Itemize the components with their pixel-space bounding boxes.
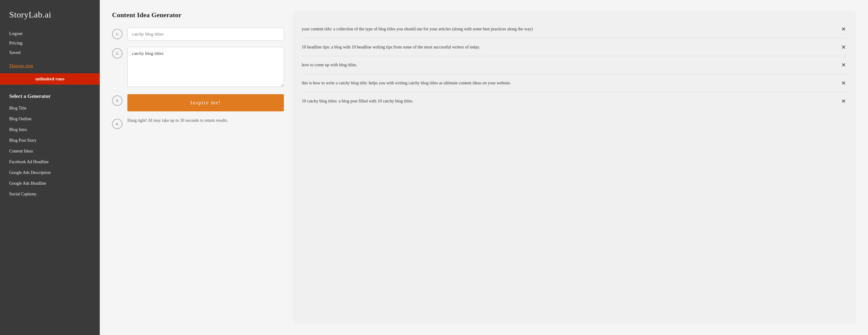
generator-google-ads-description[interactable]: Google Ads Description bbox=[9, 168, 97, 178]
step-circle-3: 3. bbox=[112, 95, 122, 106]
step-3: 3. Inspire me! bbox=[112, 94, 284, 111]
page-title: Content Idea Generator bbox=[112, 11, 284, 19]
select-generator-heading: Select a Generator bbox=[0, 91, 100, 103]
step-circle-4: 4. bbox=[112, 119, 122, 129]
manage-plan-link[interactable]: Manage plan bbox=[9, 63, 33, 68]
main-content: Content Idea Generator 1. 2. catchy blog… bbox=[100, 0, 868, 335]
result-item-5: 10 catchy blog titles: a blog post fille… bbox=[302, 92, 847, 110]
sidebar: StoryLab.ai Logout Pricing Saved Manage … bbox=[0, 0, 100, 335]
logo: StoryLab.ai bbox=[9, 10, 91, 20]
generator-blog-outline[interactable]: Blog Outline bbox=[9, 114, 97, 124]
dismiss-button-1[interactable]: ✕ bbox=[840, 26, 847, 32]
result-item-3: how to come up with blog titles. ✕ bbox=[302, 56, 847, 74]
logo-area: StoryLab.ai bbox=[0, 0, 100, 27]
generator-list: Blog Title Blog Outline Blog Intro Blog … bbox=[0, 103, 100, 205]
generator-blog-post-story[interactable]: Blog Post Story bbox=[9, 135, 97, 145]
step-1-input-wrapper bbox=[127, 28, 284, 41]
step-circle-1: 1. bbox=[112, 29, 122, 39]
inspire-button[interactable]: Inspire me! bbox=[127, 94, 284, 111]
generator-content-ideas[interactable]: Content Ideas bbox=[9, 146, 97, 156]
step-2-textarea[interactable]: catchy blog titles bbox=[127, 47, 284, 87]
content-wrapper: Content Idea Generator 1. 2. catchy blog… bbox=[100, 0, 868, 335]
generator-google-ads-headline[interactable]: Google Ads Headline bbox=[9, 178, 97, 188]
step-3-button-wrapper: Inspire me! bbox=[127, 94, 284, 111]
step-1-input[interactable] bbox=[127, 28, 284, 41]
step-4: 4. Hang tight! AI may take up to 30 seco… bbox=[112, 118, 284, 129]
left-panel: Content Idea Generator 1. 2. catchy blog… bbox=[112, 11, 284, 324]
step-circle-2: 2. bbox=[112, 48, 122, 59]
generator-facebook-ad-headline[interactable]: Facebook Ad Headline bbox=[9, 157, 97, 167]
dismiss-button-5[interactable]: ✕ bbox=[840, 98, 847, 104]
manage-plan-section: Manage plan bbox=[0, 62, 100, 73]
results-panel: your content title: a collection of the … bbox=[293, 11, 856, 324]
step-4-message-wrapper: Hang tight! AI may take up to 30 seconds… bbox=[127, 118, 284, 123]
result-text-2: 10 headline tips: a blog with 10 headlin… bbox=[302, 44, 835, 51]
nav-logout[interactable]: Logout bbox=[9, 29, 91, 38]
step-4-message: Hang tight! AI may take up to 30 seconds… bbox=[127, 118, 228, 123]
generator-social-captions[interactable]: Social Captions bbox=[9, 189, 97, 199]
dismiss-button-3[interactable]: ✕ bbox=[840, 62, 847, 68]
step-2-input-wrapper: catchy blog titles bbox=[127, 47, 284, 88]
result-item-2: 10 headline tips: a blog with 10 headlin… bbox=[302, 38, 847, 57]
step-1: 1. bbox=[112, 28, 284, 41]
dismiss-button-2[interactable]: ✕ bbox=[840, 44, 847, 50]
dismiss-button-4[interactable]: ✕ bbox=[840, 80, 847, 86]
result-text-1: your content title: a collection of the … bbox=[302, 26, 835, 33]
unlimited-runs-badge: unlimited runs bbox=[0, 73, 100, 85]
generator-blog-intro[interactable]: Blog Intro bbox=[9, 125, 97, 135]
generator-blog-title[interactable]: Blog Title bbox=[9, 103, 97, 113]
result-item-1: your content title: a collection of the … bbox=[302, 20, 847, 38]
result-text-4: this is how to write a catchy blog title… bbox=[302, 80, 835, 87]
step-2: 2. catchy blog titles bbox=[112, 47, 284, 88]
nav-pricing[interactable]: Pricing bbox=[9, 39, 91, 47]
nav-links: Logout Pricing Saved bbox=[0, 27, 100, 62]
result-text-3: how to come up with blog titles. bbox=[302, 62, 835, 68]
nav-saved[interactable]: Saved bbox=[9, 48, 91, 57]
result-item-4: this is how to write a catchy blog title… bbox=[302, 74, 847, 92]
result-text-5: 10 catchy blog titles: a blog post fille… bbox=[302, 98, 835, 105]
